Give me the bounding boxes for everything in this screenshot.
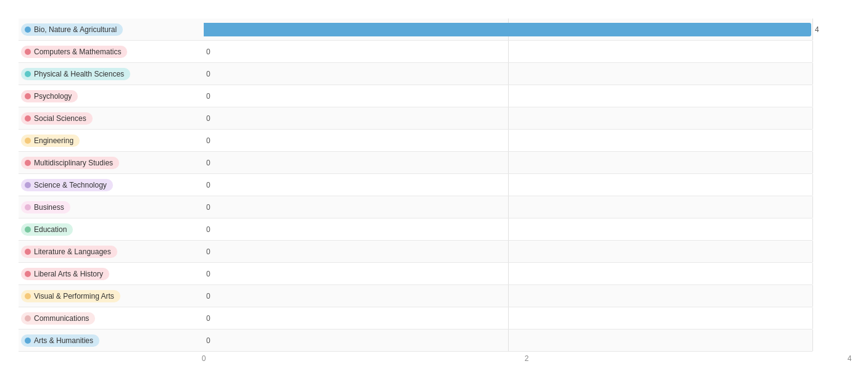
- grid-line: [812, 85, 813, 107]
- grid-line: [812, 263, 813, 284]
- bar-track: 0: [204, 107, 812, 129]
- grid-line: [508, 107, 509, 129]
- grid-line: [508, 174, 509, 196]
- bar-value-label: 0: [206, 70, 211, 78]
- x-tick-label: 2: [525, 354, 529, 363]
- bar-track: 0: [204, 263, 812, 284]
- grid-line: [812, 63, 813, 85]
- bar-track: 0: [204, 63, 812, 85]
- grid-line: [812, 107, 813, 129]
- x-axis: 024: [204, 354, 849, 369]
- label-text: Literature & Languages: [34, 247, 111, 256]
- bar-label: Engineering: [19, 135, 204, 147]
- grid-line: [812, 174, 813, 196]
- label-text: Business: [34, 203, 64, 212]
- bar-label: Bio, Nature & Agricultural: [19, 23, 204, 36]
- label-dot-icon: [25, 138, 31, 144]
- label-text: Visual & Performing Arts: [34, 292, 114, 301]
- grid-line: [508, 85, 509, 107]
- bar-value-label: 0: [206, 270, 211, 278]
- label-dot-icon: [25, 204, 31, 210]
- bar-value-label: 0: [206, 114, 211, 123]
- bar-fill: [204, 23, 811, 36]
- bar-row: Liberal Arts & History0: [19, 263, 812, 285]
- bar-value-label: 0: [206, 203, 211, 212]
- label-text: Computers & Mathematics: [34, 48, 121, 56]
- bar-track: 0: [204, 241, 812, 262]
- label-dot-icon: [25, 27, 31, 33]
- bar-value-label: 0: [206, 314, 211, 323]
- grid-line: [812, 330, 813, 351]
- bar-label: Computers & Mathematics: [19, 46, 204, 58]
- grid-line: [508, 218, 509, 240]
- bar-row: Psychology0: [19, 85, 812, 107]
- bar-label: Psychology: [19, 90, 204, 102]
- bar-track: 0: [204, 218, 812, 240]
- bar-row: Social Sciences0: [19, 107, 812, 130]
- bar-value-label: 0: [206, 225, 211, 234]
- bar-label: Physical & Health Sciences: [19, 68, 204, 80]
- grid-line: [812, 130, 813, 151]
- bar-label: Visual & Performing Arts: [19, 290, 204, 302]
- bar-label: Communications: [19, 312, 204, 325]
- label-dot-icon: [25, 226, 31, 233]
- bar-row: Science & Technology0: [19, 174, 812, 196]
- label-dot-icon: [25, 93, 31, 99]
- label-text: Physical & Health Sciences: [34, 70, 124, 78]
- grid-line: [812, 41, 813, 62]
- grid-line: [508, 63, 509, 85]
- bar-value-label: 0: [206, 247, 211, 256]
- bar-row: Education0: [19, 218, 812, 241]
- bar-label: Literature & Languages: [19, 246, 204, 258]
- label-text: Social Sciences: [34, 114, 86, 123]
- grid-line: [508, 330, 509, 351]
- grid-line: [812, 152, 813, 173]
- bar-track: 0: [204, 196, 812, 218]
- bar-row: Literature & Languages0: [19, 241, 812, 263]
- grid-line: [508, 307, 509, 329]
- bar-row: Computers & Mathematics0: [19, 41, 812, 63]
- label-dot-icon: [25, 49, 31, 55]
- label-dot-icon: [25, 249, 31, 255]
- grid-line: [508, 263, 509, 284]
- grid-line: [508, 130, 509, 151]
- bar-value-label: 0: [206, 92, 211, 101]
- bar-row: Communications0: [19, 307, 812, 330]
- bar-value-label: 0: [206, 136, 211, 145]
- label-dot-icon: [25, 293, 31, 299]
- grid-line: [812, 285, 813, 307]
- bar-track: 0: [204, 85, 812, 107]
- label-text: Engineering: [34, 136, 73, 145]
- chart-container: Bio, Nature & Agricultural4Computers & M…: [19, 19, 849, 369]
- bar-label: Science & Technology: [19, 179, 204, 191]
- bar-track: 0: [204, 285, 812, 307]
- bar-label: Education: [19, 223, 204, 236]
- bar-track: 0: [204, 130, 812, 151]
- label-dot-icon: [25, 338, 31, 344]
- label-text: Communications: [34, 314, 89, 323]
- grid-line: [812, 19, 813, 40]
- bar-track: 0: [204, 174, 812, 196]
- bar-value-label: 0: [206, 181, 211, 189]
- grid-line: [812, 241, 813, 262]
- label-text: Education: [34, 225, 67, 234]
- label-dot-icon: [25, 271, 31, 277]
- x-tick-label: 0: [202, 354, 206, 363]
- bar-track: 0: [204, 152, 812, 173]
- x-tick-label: 4: [848, 354, 852, 363]
- label-dot-icon: [25, 115, 31, 122]
- bar-value-label: 0: [206, 159, 211, 167]
- bar-value-label: 0: [206, 48, 211, 56]
- grid-line: [508, 41, 509, 62]
- bar-label: Social Sciences: [19, 112, 204, 125]
- label-text: Science & Technology: [34, 181, 107, 189]
- bar-label: Business: [19, 201, 204, 214]
- label-dot-icon: [25, 71, 31, 77]
- bar-track: 0: [204, 307, 812, 329]
- label-dot-icon: [25, 315, 31, 322]
- bar-value-label: 0: [206, 292, 211, 301]
- grid-line: [508, 285, 509, 307]
- bars-area: Bio, Nature & Agricultural4Computers & M…: [19, 19, 812, 352]
- bar-row: Engineering0: [19, 130, 812, 152]
- bar-label: Liberal Arts & History: [19, 268, 204, 280]
